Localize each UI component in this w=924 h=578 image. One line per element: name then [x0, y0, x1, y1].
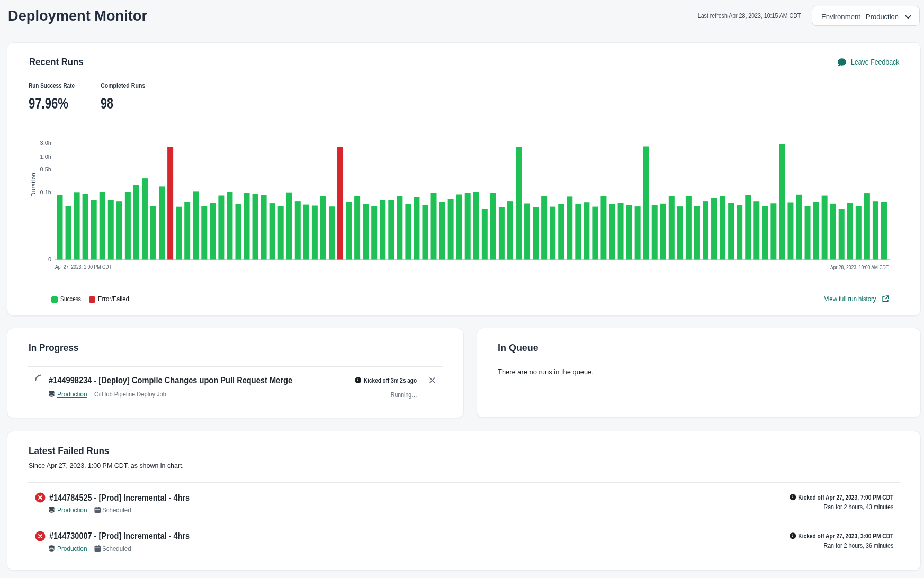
svg-text:0: 0	[48, 256, 51, 263]
svg-text:1.0h: 1.0h	[40, 153, 51, 160]
svg-text:3.0h: 3.0h	[40, 140, 51, 146]
svg-text:Apr 28, 2023, 10:00 AM CDT: Apr 28, 2023, 10:00 AM CDT	[830, 264, 889, 270]
svg-text:0.5h: 0.5h	[40, 166, 51, 173]
svg-text:Apr 27, 2023, 1:00 PM CDT: Apr 27, 2023, 1:00 PM CDT	[55, 264, 112, 270]
svg-text:Duration: Duration	[30, 173, 37, 197]
svg-text:0.1h: 0.1h	[40, 189, 51, 195]
